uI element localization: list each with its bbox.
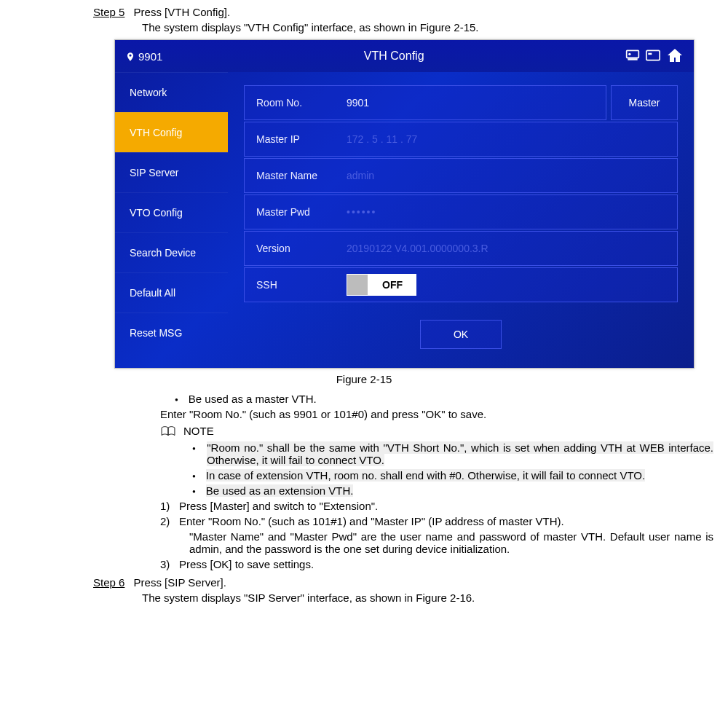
bullet-master-vth: Be used as a master VTH.: [175, 393, 713, 405]
ssh-toggle[interactable]: OFF: [347, 274, 416, 296]
sidebar: Network VTH Config SIP Server VTO Config…: [115, 72, 228, 368]
note-bullet-3: Be used as an extension VTH.: [192, 484, 713, 497]
ok-button[interactable]: OK: [420, 320, 502, 349]
note-book-icon: [160, 425, 176, 437]
row-ssh: SSH OFF: [244, 267, 678, 302]
row-room-no[interactable]: Room No. 9901: [244, 85, 606, 120]
sidebar-item-default-all[interactable]: Default All: [115, 272, 228, 313]
ssh-toggle-text: OFF: [368, 279, 416, 291]
step5-desc: The system displays "VTH Config" interfa…: [142, 21, 713, 34]
row-master-name[interactable]: Master Name admin: [244, 158, 678, 193]
master-pwd-label: Master Pwd: [245, 206, 344, 218]
row-master-pwd[interactable]: Master Pwd ••••••: [244, 194, 678, 229]
home-icon[interactable]: [666, 47, 684, 66]
step-3: 3)Press [OK] to save settings.: [160, 558, 713, 570]
master-ip-label: Master IP: [245, 133, 344, 145]
master-pwd-value[interactable]: ••••••: [344, 206, 677, 218]
sidebar-item-network[interactable]: Network: [115, 72, 228, 112]
svg-rect-3: [646, 50, 660, 60]
svg-rect-2: [628, 58, 637, 60]
enter-room-no: Enter "Room No." (such as 9901 or 101#0)…: [160, 408, 713, 420]
step-2: 2)Enter "Room No." (such as 101#1) and "…: [160, 515, 713, 527]
step5-text: Press [VTH Config].: [134, 6, 231, 18]
step5-label: Step 5: [93, 6, 124, 18]
step6-heading: Step 6 Press [SIP Server].: [93, 576, 713, 589]
vth-config-screenshot: 9901 VTH Config Network VTH Config SIP S…: [114, 39, 695, 369]
note-bullet-2: In case of extension VTH, room no. shall…: [192, 469, 713, 482]
note-heading: NOTE: [160, 425, 713, 437]
room-no-label: Room No.: [245, 97, 344, 109]
step-1: 1)Press [Master] and switch to "Extensio…: [160, 500, 713, 512]
step6-label: Step 6: [93, 576, 124, 589]
storage-icon[interactable]: [625, 49, 640, 64]
sidebar-item-sip-server[interactable]: SIP Server: [115, 152, 228, 192]
row-version: Version 20190122 V4.001.0000000.3.R: [244, 231, 678, 266]
step5-heading: Step 5 Press [VTH Config].: [93, 6, 713, 18]
version-value: 20190122 V4.001.0000000.3.R: [344, 243, 677, 254]
figure-caption: Figure 2-15: [15, 373, 713, 385]
location-pin-icon: [125, 49, 135, 63]
titlebar-title: VTH Config: [162, 50, 625, 63]
master-name-value[interactable]: admin: [344, 170, 677, 181]
note-label: NOTE: [183, 425, 214, 437]
master-button[interactable]: Master: [611, 85, 678, 120]
step-2-detail: "Master Name" and "Master Pwd" are the u…: [189, 530, 713, 555]
card-icon[interactable]: [646, 50, 660, 63]
master-name-label: Master Name: [245, 170, 344, 181]
step6-text: Press [SIP Server].: [134, 576, 226, 589]
master-ip-value[interactable]: 172 . 5 . 11 . 77: [344, 133, 677, 145]
sidebar-item-vth-config[interactable]: VTH Config: [115, 112, 228, 152]
svg-rect-4: [648, 52, 652, 55]
ssh-label: SSH: [245, 279, 344, 291]
note-bullet-1: "Room no." shall be the same with "VTH S…: [192, 441, 713, 466]
version-label: Version: [245, 243, 344, 254]
sidebar-item-search-device[interactable]: Search Device: [115, 232, 228, 272]
content-area: Room No. 9901 Master Master IP 172 . 5 .…: [228, 72, 694, 368]
room-no-value[interactable]: 9901: [344, 97, 606, 109]
titlebar: 9901 VTH Config: [115, 40, 694, 72]
svg-point-1: [628, 52, 630, 55]
step6-desc: The system displays "SIP Server" interfa…: [142, 592, 713, 604]
sidebar-item-reset-msg[interactable]: Reset MSG: [115, 313, 228, 353]
sidebar-item-vto-config[interactable]: VTO Config: [115, 192, 228, 232]
titlebar-room: 9901: [138, 50, 162, 63]
row-master-ip[interactable]: Master IP 172 . 5 . 11 . 77: [244, 122, 678, 157]
ssh-toggle-knob: [347, 275, 368, 295]
